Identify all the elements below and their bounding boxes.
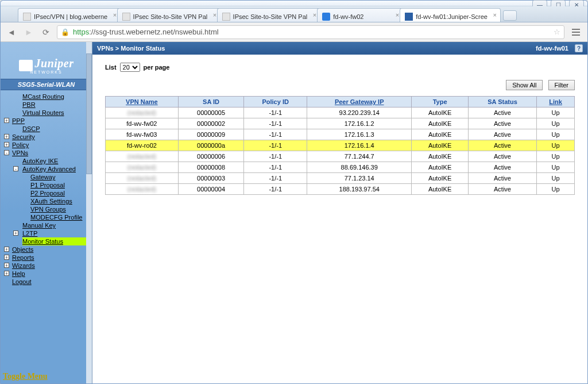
- nav-policy[interactable]: Policy: [12, 141, 92, 149]
- cell-type: AutoIKE: [412, 151, 469, 162]
- close-icon[interactable]: ×: [313, 11, 316, 18]
- nav-vpns[interactable]: VPNs: [12, 149, 92, 157]
- cell-policy-id: -1/-1: [244, 118, 307, 129]
- help-icon[interactable]: ?: [575, 44, 583, 52]
- col-peer-gateway[interactable]: Peer Gateway IP: [335, 98, 384, 105]
- expand-icon[interactable]: +: [4, 271, 9, 276]
- sidebar: Juniper NETWORKS SSG5-Serial-WLAN MCast …: [1, 42, 92, 383]
- cell-vpn-name: (redacted): [106, 151, 179, 162]
- browser-tab[interactable]: IPsec/VPN | blog.weberne×: [18, 8, 121, 22]
- expand-icon[interactable]: +: [4, 118, 9, 123]
- page-topbar: VPNs > Monitor Status fd-wv-fw01 ?: [92, 42, 587, 55]
- cell-sa-id: 00000008: [178, 162, 243, 173]
- cell-sa-id: 00000003: [178, 173, 243, 184]
- lock-icon: 🔒: [61, 28, 69, 36]
- scrollbar-thumb[interactable]: [86, 53, 92, 174]
- close-icon[interactable]: ×: [213, 11, 216, 18]
- expand-icon[interactable]: +: [4, 247, 9, 252]
- filter-button[interactable]: Filter: [548, 80, 575, 90]
- cell-sa-id: 00000006: [178, 151, 243, 162]
- nav-modecfg[interactable]: MODECFG Profile: [30, 213, 92, 221]
- collapse-icon[interactable]: -: [4, 150, 9, 155]
- main-panel: VPNs > Monitor Status fd-wv-fw01 ? List …: [92, 42, 587, 383]
- titlebar: — ☐ ✕: [1, 1, 587, 6]
- nav-dscp[interactable]: DSCP: [22, 125, 92, 133]
- nav-security[interactable]: Security: [12, 133, 92, 141]
- expand-icon[interactable]: +: [4, 142, 9, 147]
- browser-tab-active[interactable]: fd-wv-fw01:Juniper-Scree×: [400, 8, 501, 22]
- nav-reports[interactable]: Reports: [12, 254, 92, 262]
- nav-gateway[interactable]: Gateway: [30, 173, 92, 181]
- browser-window: — ☐ ✕ IPsec/VPN | blog.weberne× IPsec Si…: [0, 0, 588, 384]
- show-all-button[interactable]: Show All: [506, 80, 543, 90]
- cell-vpn-name: (redacted): [106, 173, 179, 184]
- url-input[interactable]: 🔒 https://ssg-trust.webernetz.net/nswebu…: [57, 25, 564, 39]
- nav-xauth-settings[interactable]: XAuth Settings: [30, 197, 92, 205]
- cell-type: AutoIKE: [412, 140, 469, 151]
- nav-tree: MCast Routing PBR Virtual Routers +PPP D…: [1, 93, 92, 286]
- cell-peer: 172.16.1.3: [307, 129, 412, 140]
- nav-logout[interactable]: Logout: [12, 278, 92, 286]
- favicon-icon: [122, 13, 130, 21]
- cell-status: Active: [468, 107, 536, 118]
- nav-ppp[interactable]: PPP: [12, 117, 92, 125]
- sidebar-scrollbar[interactable]: [86, 42, 92, 383]
- expand-icon[interactable]: +: [13, 231, 18, 236]
- device-model: SSG5-Serial-WLAN: [1, 79, 92, 90]
- nav-virtual-routers[interactable]: Virtual Routers: [22, 109, 92, 117]
- cell-link: Up: [537, 173, 575, 184]
- nav-autokey-advanced[interactable]: AutoKey Advanced: [22, 165, 92, 173]
- col-policy-id: Policy ID: [244, 97, 307, 107]
- back-button[interactable]: ◄: [5, 26, 18, 39]
- nav-help[interactable]: Help: [12, 270, 92, 278]
- nav-l2tp[interactable]: L2TP: [22, 229, 92, 237]
- cell-status: Active: [468, 173, 536, 184]
- cell-link: Up: [537, 129, 575, 140]
- nav-pbr[interactable]: PBR: [22, 101, 92, 109]
- nav-manual-key[interactable]: Manual Key: [22, 221, 92, 229]
- toggle-menu-link[interactable]: Toggle Menu: [3, 372, 48, 381]
- browser-tab[interactable]: IPsec Site-to-Site VPN Pal×: [117, 8, 220, 22]
- browser-tab[interactable]: fd-wv-fw02×: [317, 8, 403, 22]
- new-tab-button[interactable]: [503, 10, 517, 21]
- reload-button[interactable]: ⟳: [40, 26, 52, 39]
- cell-status: Active: [468, 140, 536, 151]
- nav-mcast-routing[interactable]: MCast Routing: [22, 93, 92, 101]
- expand-icon[interactable]: +: [4, 134, 9, 139]
- col-sa-id: SA ID: [178, 97, 243, 107]
- nav-objects[interactable]: Objects: [12, 245, 92, 254]
- cell-policy-id: -1/-1: [244, 151, 307, 162]
- bookmark-icon[interactable]: ☆: [554, 28, 560, 36]
- browser-tab[interactable]: IPsec Site-to-Site VPN Pal×: [217, 8, 320, 22]
- nav-wizards[interactable]: Wizards: [12, 262, 92, 270]
- cell-policy-id: -1/-1: [244, 184, 307, 195]
- col-type: Type: [412, 97, 469, 107]
- col-link[interactable]: Link: [549, 98, 562, 105]
- cell-vpn-name: (redacted): [106, 162, 179, 173]
- expand-icon[interactable]: +: [4, 263, 9, 268]
- cell-link: Up: [537, 184, 575, 195]
- close-icon[interactable]: ×: [396, 11, 399, 18]
- cell-status: Active: [468, 151, 536, 162]
- url-path: ://ssg-trust.webernetz.net/nswebui.html: [89, 28, 218, 36]
- nav-autokey-ike[interactable]: AutoKey IKE: [22, 157, 92, 165]
- cell-peer: 188.193.97.54: [307, 184, 412, 195]
- address-bar: ◄ ► ⟳ 🔒 https://ssg-trust.webernetz.net/…: [1, 22, 587, 42]
- cell-peer: 172.16.1.4: [307, 140, 412, 151]
- url-scheme: https: [73, 28, 89, 36]
- expand-icon[interactable]: +: [4, 255, 9, 260]
- nav-p2-proposal[interactable]: P2 Proposal: [30, 189, 92, 197]
- breadcrumb: VPNs > Monitor Status: [97, 45, 165, 52]
- nav-vpn-groups[interactable]: VPN Groups: [30, 205, 92, 213]
- nav-monitor-status[interactable]: Monitor Status: [22, 237, 92, 245]
- close-icon[interactable]: ×: [493, 11, 496, 18]
- close-icon[interactable]: ×: [113, 11, 117, 18]
- col-vpn-name[interactable]: VPN Name: [126, 98, 158, 105]
- collapse-icon[interactable]: -: [13, 166, 18, 171]
- cell-sa-id: 00000005: [178, 107, 243, 118]
- cell-sa-id: 00000009: [178, 129, 243, 140]
- chrome-menu-button[interactable]: [569, 26, 583, 39]
- nav-p1-proposal[interactable]: P1 Proposal: [30, 181, 92, 189]
- forward-button[interactable]: ►: [22, 26, 35, 39]
- per-page-select[interactable]: 20: [120, 63, 140, 72]
